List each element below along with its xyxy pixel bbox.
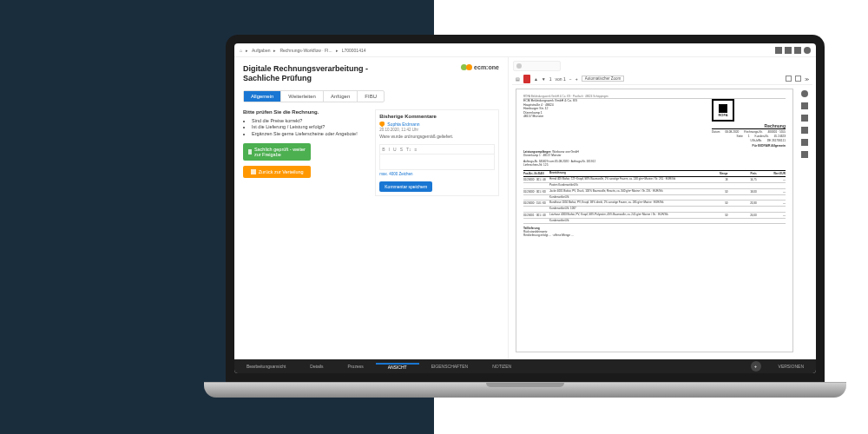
char-count: max. 4000 Zeichen [379, 172, 495, 176]
tab-allgemein[interactable]: Allgemein [244, 91, 281, 102]
strike-button[interactable]: S [400, 147, 403, 152]
invoice-footer: Teillieferung Rückstandshinweis: Restlie… [523, 227, 786, 237]
viewer-toolbar: ▤ ▲ ▼ 1 von 1 − + Automatischer Zoom ≫ [512, 73, 812, 85]
share-icon[interactable] [801, 115, 808, 122]
approve-button[interactable]: Sachlich geprüft - weiter zur Freigabe [243, 143, 311, 161]
underline-button[interactable]: U [393, 147, 397, 152]
delivery-recipient: Leistungsempfänger: Workwear one GmbH Dü… [523, 150, 786, 157]
table-row: Kundenartikel-Nr. [523, 219, 786, 225]
comment-author: Sophia Erdmann [387, 122, 419, 127]
notification-banner[interactable] [513, 61, 561, 71]
save-comment-button[interactable]: Kommentar speichern [379, 181, 432, 192]
checklist-item: Sind die Preise korrekt? [252, 118, 366, 125]
crumb-aufgaben[interactable]: Aufgaben [252, 48, 270, 53]
invoice-table: Pos/Art.-Nr./EAN Bezeichnung Menge Preis… [523, 170, 786, 224]
sidebar-toggle-icon[interactable]: ▤ [516, 76, 520, 82]
reload-icon [251, 169, 256, 174]
add-button[interactable]: + [751, 361, 761, 372]
footer-tab-bearbeitung[interactable]: Bearbeitungsansicht [234, 364, 298, 369]
info-icon [516, 63, 522, 69]
tab-fibu[interactable]: FIBU [358, 91, 384, 102]
tab-anfuegen[interactable]: Anfügen [324, 91, 358, 102]
recipient-address: ECM Bekleidungswerk GmbH & Co. KG Haupts… [523, 99, 577, 148]
trash-icon[interactable] [801, 151, 808, 158]
comment-date: 20.10.2020, 11:42 Uhr [379, 128, 495, 132]
footer-tab-eigenschaften[interactable]: EIGENSCHAFTEN [419, 364, 481, 369]
checklist: Bitte prüfen Sie die Rechnung. Sind die … [243, 109, 366, 196]
table-row: 01/29000 · 001 / 48Hemd 409 Biofair, CO¹… [523, 177, 786, 183]
checklist-title: Bitte prüfen Sie die Rechnung. [243, 109, 366, 115]
prev-page-button[interactable]: ▲ [534, 76, 538, 82]
footer-tab-details[interactable]: Details [298, 364, 335, 369]
present-icon[interactable] [786, 76, 792, 82]
back-button[interactable]: Zurück zur Verteilung [243, 166, 311, 178]
table-row: Kundenartikel-Nr. 1007 [523, 207, 786, 213]
tab-weiterleiten[interactable]: Weiterleiten [281, 91, 324, 102]
print-icon[interactable] [795, 76, 801, 82]
top-bar: ⌂ ▸ Aufgaben ▸ Rechnungs-Workflow · FI..… [234, 43, 816, 57]
pdf-icon [523, 75, 530, 83]
page-of-label: von 1 [556, 76, 566, 82]
zoom-in-button[interactable]: + [575, 76, 578, 82]
more-icon[interactable]: ≫ [805, 76, 809, 82]
page-title: Digitale Rechnungsverarbeitung - Sachlic… [243, 64, 397, 83]
shield-icon [379, 122, 385, 128]
page-number[interactable]: 1 [549, 76, 552, 82]
order-info: Auftrags-Nr. 345829 vom 05.08.2020 · Auf… [523, 160, 786, 167]
download-icon[interactable] [801, 127, 808, 134]
footer-tab-versionen[interactable]: VERSIONEN [766, 364, 816, 369]
footer-tab-notizen[interactable]: NOTIZEN [480, 364, 523, 369]
document-side-actions [797, 85, 812, 356]
italic-button[interactable]: I [389, 147, 390, 152]
crumb-workflow[interactable]: Rechnungs-Workflow · FI... [279, 48, 332, 53]
crumb-doc-id[interactable]: L700001414 [342, 48, 366, 53]
invoice-title: Rechnung [712, 123, 786, 129]
home-icon[interactable]: ⌂ [240, 48, 242, 53]
document-viewer-panel: L700001414 ▤ ▲ ▼ 1 von 1 − + Automatisch… [508, 57, 816, 359]
grid-icon[interactable] [775, 47, 782, 54]
zoom-out-button[interactable]: − [569, 76, 572, 82]
bold-button[interactable]: B [382, 147, 385, 152]
checklist-item: Ist die Lieferung / Leistung erfolgt? [252, 124, 366, 131]
table-row: 01/29001 · 001 / 40Latzhose 4003 Biofair… [523, 213, 786, 219]
invoice-reference: Für BIOFAIR Allgemein [712, 144, 786, 148]
next-page-button[interactable]: ▼ [542, 76, 546, 82]
footer-tab-ansicht[interactable]: ANSICHT [376, 363, 419, 370]
invoice-meta: Datum06.08.2020 Rechnungs-Nr.400001 · 55… [712, 130, 786, 134]
breadcrumb[interactable]: ⌂ ▸ Aufgaben ▸ Rechnungs-Workflow · FI..… [240, 48, 365, 53]
reload-icon [248, 149, 252, 155]
user-avatar-icon[interactable] [804, 47, 811, 54]
table-row: 01/29000 · 150 / 60Bundhose 1050 Biofair… [523, 201, 786, 207]
editor-toolbar: B I U S T↕ ≡ [379, 144, 495, 155]
align-button[interactable]: ≡ [415, 147, 418, 152]
checklist-item: Ergänzen Sie gerne Lieferscheine oder An… [252, 131, 366, 138]
comment-body: Ware wurde ordnungsgemäß geliefert. [379, 134, 495, 139]
menu-icon[interactable] [785, 47, 792, 54]
expand-icon[interactable] [794, 47, 801, 54]
table-row: Posten Kundenartikel-Nr. [523, 183, 786, 189]
bottom-tabs: Bearbeitungsansicht Details Prozess ANSI… [234, 359, 816, 373]
table-row: Kundenartikel-Nr. [523, 195, 786, 201]
workflow-panel: Digitale Rechnungsverarbeitung - Sachlic… [234, 57, 508, 359]
zoom-select[interactable]: Automatischer Zoom [582, 76, 625, 82]
tag-icon[interactable] [801, 102, 808, 109]
info-icon[interactable] [801, 90, 808, 97]
ecm-one-logo: ecm:one [461, 64, 499, 70]
fontsize-button[interactable]: T↕ [406, 147, 411, 152]
comments-title: Bisherige Kommentare [379, 114, 495, 119]
footer-tab-prozess[interactable]: Prozess [336, 364, 376, 369]
comment-editor[interactable] [379, 155, 495, 170]
rofa-logo: ROFA [712, 99, 734, 122]
workflow-tabs: Allgemein Weiterleiten Anfügen FIBU [243, 90, 385, 102]
note-icon[interactable] [801, 139, 808, 146]
laptop-base [204, 382, 846, 398]
comments-panel: Bisherige Kommentare Sophia Erdmann 20.1… [375, 109, 499, 196]
invoice-document[interactable]: ROFA Bekleidungswerk GmbH & Co. KG · Pos… [516, 89, 793, 352]
table-row: 01/29000 · 001 / 60Jacke 4001 Biofair, P… [523, 189, 786, 195]
